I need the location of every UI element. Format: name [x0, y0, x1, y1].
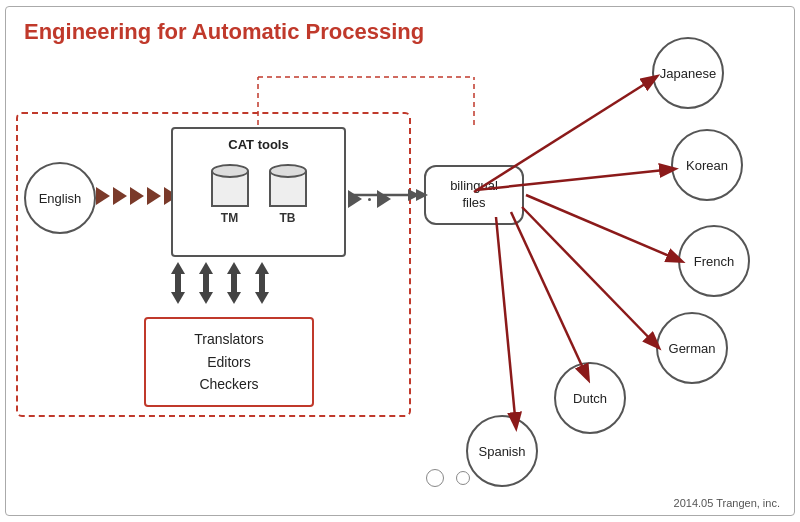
arrow-icon	[113, 187, 127, 205]
cat-tools-box: CAT tools TM TB	[171, 127, 346, 257]
spanish-node: Spanish	[466, 415, 538, 487]
arrow-icon	[348, 190, 362, 208]
arrow-shaft	[203, 274, 209, 292]
english-node: English	[24, 162, 96, 234]
svg-line-11	[496, 217, 516, 427]
english-to-cat-arrows	[96, 187, 178, 205]
small-circle	[426, 469, 444, 487]
tm-label: TM	[221, 211, 238, 225]
cat-tools-label: CAT tools	[228, 137, 288, 152]
svg-line-9	[522, 207, 658, 347]
dot	[368, 198, 371, 201]
cylinder-top	[269, 164, 307, 178]
cylinder-top	[211, 164, 249, 178]
double-arrow-icon	[227, 262, 241, 304]
dutch-node: Dutch	[554, 362, 626, 434]
translators-label: Translators	[194, 328, 264, 350]
arrow-icon	[96, 187, 110, 205]
svg-line-10	[511, 212, 588, 379]
checkers-label: Checkers	[199, 373, 258, 395]
double-arrow-icon	[199, 262, 213, 304]
cat-tools-row: TM TB	[211, 164, 307, 225]
arrow-up-icon	[255, 262, 269, 274]
tb-cylinder: TB	[269, 164, 307, 225]
arrow-down-icon	[199, 292, 213, 304]
korean-node: Korean	[671, 129, 743, 201]
arrow-down-icon	[227, 292, 241, 304]
double-arrow-icon	[255, 262, 269, 304]
svg-line-8	[526, 195, 681, 261]
small-circle	[456, 471, 470, 485]
diagram-container: Engineering for Automatic Processing Eng…	[5, 6, 795, 516]
arrow-shaft	[175, 274, 181, 292]
double-arrow-icon	[171, 262, 185, 304]
japanese-node: Japanese	[652, 37, 724, 109]
arrow-icon	[147, 187, 161, 205]
arrow-down-icon	[171, 292, 185, 304]
page-title: Engineering for Automatic Processing	[24, 19, 424, 45]
bilingual-label: bilingualfiles	[450, 178, 498, 212]
arrow-up-icon	[171, 262, 185, 274]
cat-to-bilingual-arrow	[348, 190, 391, 208]
arrow-icon	[377, 190, 391, 208]
arrow-down-icon	[255, 292, 269, 304]
editors-label: Editors	[207, 351, 251, 373]
translators-box: Translators Editors Checkers	[144, 317, 314, 407]
bilingual-files-box: bilingualfiles	[424, 165, 524, 225]
french-node: French	[678, 225, 750, 297]
tm-cylinder: TM	[211, 164, 249, 225]
footer-text: 2014.05 Trangen, inc.	[674, 497, 780, 509]
arrow-up-icon	[227, 262, 241, 274]
german-node: German	[656, 312, 728, 384]
vertical-arrows	[171, 262, 269, 304]
arrow-icon	[130, 187, 144, 205]
tb-label: TB	[280, 211, 296, 225]
arrow-shaft	[231, 274, 237, 292]
arrow-shaft	[259, 274, 265, 292]
arrow-up-icon	[199, 262, 213, 274]
